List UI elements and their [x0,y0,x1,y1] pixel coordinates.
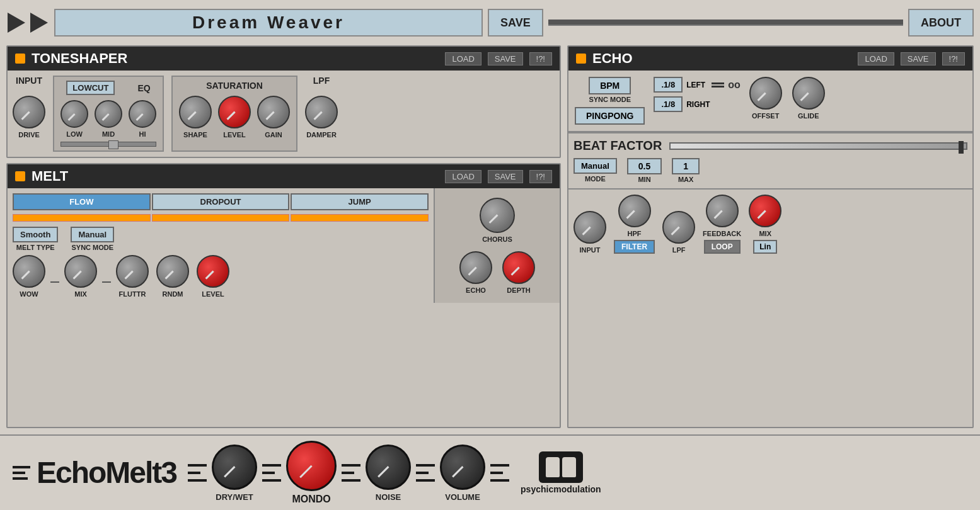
noise-label: NOISE [376,492,401,502]
save-top-button[interactable]: SAVE [488,9,543,37]
echo-panel: ECHO LOAD SAVE !?! BPM SYNC MODE PINGPON… [567,45,974,428]
melt-mix-knob[interactable] [64,255,97,288]
right-time-badge[interactable]: .1/8 [654,96,683,112]
echo-bottom-section: INPUT HPF FILTER LPF FEEDBACK LOOP [568,188,972,259]
echo-mix-knob[interactable] [749,195,781,227]
saturation-level-knob[interactable] [218,96,251,128]
lowcut-badge[interactable]: LOWCUT [66,81,115,95]
fluttr-knob[interactable] [116,255,149,288]
beat-factor-slider[interactable] [669,142,967,150]
preset-name-display: Dream Weaver [54,9,483,37]
about-button[interactable]: ABOUT [908,9,974,37]
melt-bars [13,214,429,222]
shape-knob[interactable] [179,96,212,128]
lin-badge[interactable]: Lin [753,240,777,254]
drive-knob[interactable] [13,96,45,128]
damper-knob[interactable] [305,96,338,128]
preset-name-text: Dream Weaver [192,13,345,33]
saturation-level-label: LEVEL [223,131,245,139]
echo-reset-button[interactable]: !?! [942,52,965,65]
beat-min-badge[interactable]: 0.5 [627,158,662,174]
filter-badge[interactable]: FILTER [614,240,655,254]
noise-knob[interactable] [366,445,411,490]
melt-type-badge[interactable]: Smooth [13,227,58,242]
volume-knob[interactable] [440,445,485,490]
mid-knob-container: MID [95,100,122,138]
melt-save-button[interactable]: SAVE [488,170,523,183]
melt-right: CHORUS ECHO DEPTH [434,188,560,303]
sync-mode-badge[interactable]: Manual [71,227,114,242]
lpf-section-label: LPF [313,76,330,86]
beat-factor-slider-thumb[interactable] [959,141,964,154]
loop-badge[interactable]: LOOP [704,240,741,254]
echo-input-knob-label: INPUT [580,246,601,254]
mid-knob[interactable] [95,100,122,128]
echo-save-button[interactable]: SAVE [901,52,936,65]
hi-knob[interactable] [129,100,156,128]
volume-knob-group: VOLUME [440,445,485,502]
rndm-knob[interactable] [156,255,189,288]
toneshaper-reset-button[interactable]: !?! [529,52,552,65]
low-knob-label: LOW [66,130,83,138]
feedback-knob-container: FEEDBACK LOOP [703,195,741,254]
melt-panel: MELT LOAD SAVE !?! FLOW DROPOUT JUMP [6,163,561,428]
right-side-label: RIGHT [686,100,710,109]
flow-tab[interactable]: FLOW [13,193,151,210]
feedback-knob[interactable] [706,195,739,227]
dash-2 [102,281,111,283]
bpm-badge[interactable]: BPM [589,77,631,94]
depth-knob[interactable] [502,251,535,284]
mondo-label: MONDO [292,494,330,505]
sep-4 [416,464,435,482]
glide-knob[interactable] [792,77,825,110]
toneshaper-indicator [15,54,25,64]
hpf-knob[interactable] [618,195,651,227]
drywet-label: DRY/WET [216,492,253,502]
echo-knobs-row: INPUT HPF FILTER LPF FEEDBACK LOOP [574,195,967,254]
hpf-knob-label: HPF [628,230,642,237]
top-bar: Dream Weaver SAVE ABOUT [0,0,980,45]
pingpong-badge[interactable]: PINGPONG [575,107,645,125]
melt-echo-knob[interactable] [459,251,492,284]
melt-reset-button[interactable]: !?! [529,170,552,183]
drywet-knob-group: DRY/WET [212,445,257,502]
toneshaper-load-button[interactable]: LOAD [445,52,481,65]
main-content: TONESHAPER LOAD SAVE !?! INPUT DRIVE LOW… [0,45,980,434]
psychic-icon-inner [546,457,576,477]
eq-slider[interactable] [61,142,156,147]
echo-lpf-knob[interactable] [662,211,695,244]
echo-input-knob[interactable] [574,211,606,244]
melt-level-knob[interactable] [197,255,229,288]
toneshaper-save-button[interactable]: SAVE [488,52,523,65]
sync-mode-sub: SYNC MODE [71,244,113,251]
beat-mode-badge[interactable]: Manual [574,158,617,174]
nav-prev-button[interactable] [8,13,25,33]
dropout-tab[interactable]: DROPOUT [152,193,290,210]
melt-load-button[interactable]: LOAD [445,170,481,183]
echo-load-button[interactable]: LOAD [858,52,894,65]
echo-knob-label: ECHO [466,286,486,294]
rndm-knob-container: RNDM [156,255,189,298]
left-time-badge[interactable]: .1/8 [654,77,683,93]
flow-bar-3 [291,214,429,222]
psychic-icon [539,451,583,483]
melt-title: MELT [32,168,439,184]
hpf-knob-container: HPF FILTER [614,195,655,254]
gain-knob[interactable] [257,96,290,128]
eq-slider-thumb[interactable] [108,140,118,149]
jump-tab[interactable]: JUMP [291,193,429,210]
melt-level-knob-container: LEVEL [197,255,229,298]
low-knob[interactable] [61,100,88,128]
level-knob-container: LEVEL [218,96,251,139]
wow-knob[interactable] [13,255,45,288]
chorus-knob[interactable] [480,198,515,233]
mondo-knob[interactable] [286,441,337,491]
offset-knob[interactable] [749,77,782,110]
nav-next-button[interactable] [30,13,48,33]
dash-1 [50,281,59,283]
gain-knob-container: GAIN [257,96,290,139]
echo-indicator [576,54,586,64]
beat-max-badge[interactable]: 1 [672,158,700,174]
drywet-knob[interactable] [212,445,257,490]
drive-knob-label: DRIVE [18,131,40,139]
